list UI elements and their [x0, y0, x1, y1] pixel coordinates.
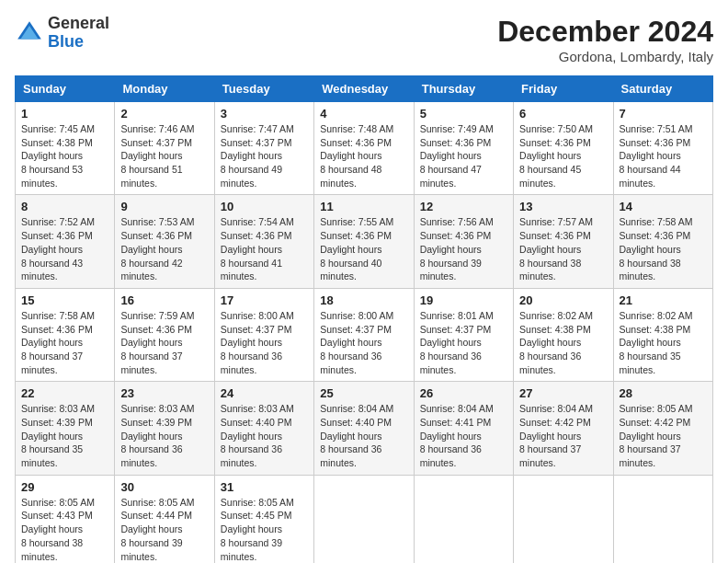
day-number: 1	[21, 107, 108, 121]
calendar-week-row: 15Sunrise: 7:58 AMSunset: 4:36 PMDayligh…	[16, 288, 713, 381]
calendar-day-cell: 25Sunrise: 8:04 AMSunset: 4:40 PMDayligh…	[314, 382, 414, 475]
calendar-day-cell: 9Sunrise: 7:53 AMSunset: 4:36 PMDaylight…	[115, 195, 214, 288]
logo-blue-text: Blue	[48, 33, 109, 52]
day-info: Sunrise: 8:05 AMSunset: 4:42 PMDaylight …	[620, 402, 707, 469]
day-of-week-header: Monday	[115, 76, 214, 102]
calendar-day-cell: 6Sunrise: 7:50 AMSunset: 4:36 PMDaylight…	[514, 102, 613, 195]
calendar-day-cell	[613, 475, 712, 563]
day-number: 6	[519, 107, 607, 121]
day-info: Sunrise: 8:04 AMSunset: 4:41 PMDaylight …	[420, 402, 507, 469]
month-title: December 2024	[497, 15, 713, 49]
day-info: Sunrise: 8:02 AMSunset: 4:38 PMDaylight …	[519, 309, 607, 376]
calendar-table: SundayMondayTuesdayWednesdayThursdayFrid…	[15, 75, 713, 563]
day-number: 21	[620, 293, 707, 307]
day-info: Sunrise: 7:50 AMSunset: 4:36 PMDaylight …	[519, 122, 607, 190]
logo: General Blue	[15, 15, 109, 52]
day-info: Sunrise: 7:58 AMSunset: 4:36 PMDaylight …	[21, 309, 108, 376]
day-number: 22	[21, 386, 108, 400]
calendar-day-cell: 24Sunrise: 8:03 AMSunset: 4:40 PMDayligh…	[214, 382, 313, 475]
calendar-day-cell: 31Sunrise: 8:05 AMSunset: 4:45 PMDayligh…	[214, 475, 313, 563]
logo-icon	[15, 18, 44, 48]
day-info: Sunrise: 7:48 AMSunset: 4:36 PMDaylight …	[320, 122, 407, 190]
calendar-day-cell: 11Sunrise: 7:55 AMSunset: 4:36 PMDayligh…	[314, 195, 414, 288]
day-info: Sunrise: 8:04 AMSunset: 4:40 PMDaylight …	[320, 402, 407, 469]
day-number: 28	[620, 386, 707, 400]
calendar-day-cell: 5Sunrise: 7:49 AMSunset: 4:36 PMDaylight…	[414, 102, 513, 195]
calendar-day-cell: 21Sunrise: 8:02 AMSunset: 4:38 PMDayligh…	[613, 288, 712, 381]
day-info: Sunrise: 7:45 AMSunset: 4:38 PMDaylight …	[21, 122, 108, 190]
day-info: Sunrise: 8:03 AMSunset: 4:39 PMDaylight …	[21, 402, 108, 469]
day-number: 31	[221, 480, 308, 494]
day-info: Sunrise: 7:56 AMSunset: 4:36 PMDaylight …	[420, 215, 507, 282]
day-info: Sunrise: 8:02 AMSunset: 4:38 PMDaylight …	[620, 309, 707, 376]
calendar-day-cell: 28Sunrise: 8:05 AMSunset: 4:42 PMDayligh…	[613, 382, 712, 475]
calendar-day-cell: 15Sunrise: 7:58 AMSunset: 4:36 PMDayligh…	[16, 288, 115, 381]
day-info: Sunrise: 7:54 AMSunset: 4:36 PMDaylight …	[221, 215, 308, 282]
day-number: 19	[420, 293, 507, 307]
calendar-day-cell: 18Sunrise: 8:00 AMSunset: 4:37 PMDayligh…	[314, 288, 414, 381]
calendar-day-cell: 19Sunrise: 8:01 AMSunset: 4:37 PMDayligh…	[414, 288, 513, 381]
day-info: Sunrise: 8:05 AMSunset: 4:44 PMDaylight …	[120, 496, 208, 563]
day-number: 11	[320, 200, 407, 213]
calendar-day-cell: 16Sunrise: 7:59 AMSunset: 4:36 PMDayligh…	[115, 288, 214, 381]
day-info: Sunrise: 8:03 AMSunset: 4:40 PMDaylight …	[221, 402, 308, 469]
day-number: 23	[120, 386, 208, 400]
page-header: General Blue December 2024 Gordona, Lomb…	[15, 15, 713, 64]
day-of-week-header: Tuesday	[214, 76, 313, 102]
day-of-week-header: Thursday	[414, 76, 513, 102]
day-info: Sunrise: 7:47 AMSunset: 4:37 PMDaylight …	[221, 122, 308, 190]
day-number: 25	[320, 386, 407, 400]
day-number: 30	[120, 480, 208, 494]
day-number: 29	[21, 480, 108, 494]
calendar-header-row: SundayMondayTuesdayWednesdayThursdayFrid…	[16, 76, 713, 102]
location-text: Gordona, Lombardy, Italy	[497, 49, 713, 64]
calendar-day-cell: 1Sunrise: 7:45 AMSunset: 4:38 PMDaylight…	[16, 102, 115, 195]
calendar-day-cell: 12Sunrise: 7:56 AMSunset: 4:36 PMDayligh…	[414, 195, 513, 288]
day-info: Sunrise: 8:03 AMSunset: 4:39 PMDaylight …	[120, 402, 208, 469]
day-number: 9	[120, 200, 208, 213]
day-number: 17	[221, 293, 308, 307]
calendar-day-cell: 22Sunrise: 8:03 AMSunset: 4:39 PMDayligh…	[16, 382, 115, 475]
calendar-week-row: 1Sunrise: 7:45 AMSunset: 4:38 PMDaylight…	[16, 102, 713, 195]
day-number: 15	[21, 293, 108, 307]
day-info: Sunrise: 7:46 AMSunset: 4:37 PMDaylight …	[120, 122, 208, 190]
calendar-day-cell: 4Sunrise: 7:48 AMSunset: 4:36 PMDaylight…	[314, 102, 414, 195]
day-number: 20	[519, 293, 607, 307]
day-number: 5	[420, 107, 507, 121]
calendar-day-cell: 20Sunrise: 8:02 AMSunset: 4:38 PMDayligh…	[514, 288, 613, 381]
calendar-day-cell: 7Sunrise: 7:51 AMSunset: 4:36 PMDaylight…	[613, 102, 712, 195]
day-info: Sunrise: 7:55 AMSunset: 4:36 PMDaylight …	[320, 215, 407, 282]
day-of-week-header: Saturday	[613, 76, 712, 102]
calendar-day-cell: 29Sunrise: 8:05 AMSunset: 4:43 PMDayligh…	[16, 475, 115, 563]
calendar-day-cell	[514, 475, 613, 563]
calendar-day-cell: 2Sunrise: 7:46 AMSunset: 4:37 PMDaylight…	[115, 102, 214, 195]
day-number: 26	[420, 386, 507, 400]
day-number: 12	[420, 200, 507, 213]
logo-text: General Blue	[48, 15, 109, 52]
day-number: 4	[320, 107, 407, 121]
day-info: Sunrise: 8:00 AMSunset: 4:37 PMDaylight …	[221, 309, 308, 376]
calendar-day-cell: 30Sunrise: 8:05 AMSunset: 4:44 PMDayligh…	[115, 475, 214, 563]
day-of-week-header: Sunday	[16, 76, 115, 102]
day-of-week-header: Friday	[514, 76, 613, 102]
calendar-week-row: 29Sunrise: 8:05 AMSunset: 4:43 PMDayligh…	[16, 475, 713, 563]
day-info: Sunrise: 8:05 AMSunset: 4:45 PMDaylight …	[221, 496, 308, 563]
day-info: Sunrise: 7:53 AMSunset: 4:36 PMDaylight …	[120, 215, 208, 282]
day-number: 16	[120, 293, 208, 307]
day-number: 13	[519, 200, 607, 213]
day-number: 7	[620, 107, 707, 121]
day-info: Sunrise: 8:01 AMSunset: 4:37 PMDaylight …	[420, 309, 507, 376]
calendar-day-cell	[414, 475, 513, 563]
day-number: 2	[120, 107, 208, 121]
calendar-day-cell: 17Sunrise: 8:00 AMSunset: 4:37 PMDayligh…	[214, 288, 313, 381]
day-info: Sunrise: 7:51 AMSunset: 4:36 PMDaylight …	[620, 122, 707, 190]
day-of-week-header: Wednesday	[314, 76, 414, 102]
calendar-day-cell: 10Sunrise: 7:54 AMSunset: 4:36 PMDayligh…	[214, 195, 313, 288]
calendar-day-cell: 14Sunrise: 7:58 AMSunset: 4:36 PMDayligh…	[613, 195, 712, 288]
day-info: Sunrise: 7:52 AMSunset: 4:36 PMDaylight …	[21, 215, 108, 282]
day-number: 8	[21, 200, 108, 213]
calendar-day-cell	[314, 475, 414, 563]
day-info: Sunrise: 7:58 AMSunset: 4:36 PMDaylight …	[620, 215, 707, 282]
day-info: Sunrise: 7:57 AMSunset: 4:36 PMDaylight …	[519, 215, 607, 282]
day-info: Sunrise: 7:59 AMSunset: 4:36 PMDaylight …	[120, 309, 208, 376]
